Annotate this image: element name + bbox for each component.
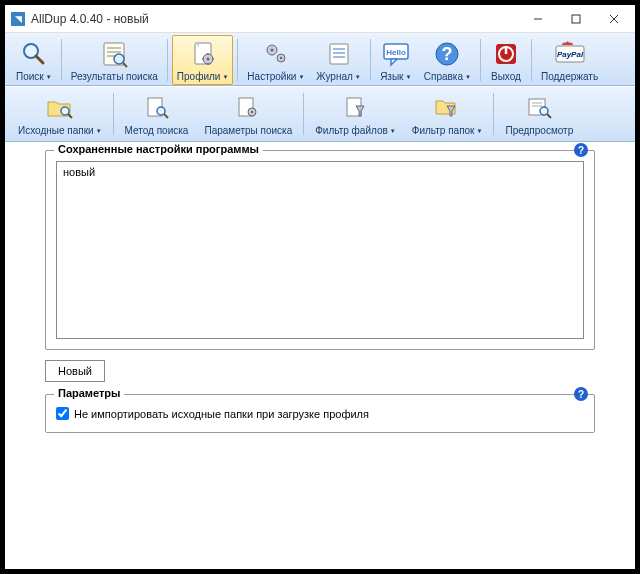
- support-label: Поддержать: [541, 71, 598, 82]
- profiles-button[interactable]: Профили▼: [172, 35, 234, 85]
- log-list-icon: [323, 38, 355, 70]
- file-gear-icon: [232, 92, 264, 124]
- svg-point-10: [114, 54, 124, 64]
- preview-label: Предпросмотр: [505, 125, 573, 136]
- window-controls: [519, 6, 633, 32]
- main-toolbar: Поиск▼ Результаты поиска Профили▼ Настро…: [5, 33, 635, 86]
- help-button[interactable]: ? Справка▼: [419, 35, 476, 85]
- language-button[interactable]: Hello Язык▼: [375, 35, 417, 85]
- results-list-icon: [98, 38, 130, 70]
- settings-label: Настройки: [247, 71, 296, 82]
- separator: [480, 39, 481, 81]
- preview-magnifier-icon: [523, 92, 555, 124]
- paypal-icon: PayPal: [554, 38, 586, 70]
- separator: [370, 39, 371, 81]
- svg-text:PayPal: PayPal: [556, 50, 583, 59]
- dropdown-arrow-icon: ▼: [222, 74, 228, 80]
- dropdown-arrow-icon: ▼: [476, 128, 482, 134]
- file-filter-button[interactable]: Фильтр файлов▼: [308, 89, 403, 139]
- svg-point-36: [61, 107, 69, 115]
- svg-line-11: [123, 63, 127, 67]
- svg-line-49: [547, 114, 551, 118]
- new-profile-button[interactable]: Новый: [45, 360, 105, 382]
- log-button[interactable]: Журнал▼: [311, 35, 365, 85]
- exit-label: Выход: [491, 71, 521, 82]
- svg-line-37: [68, 114, 72, 118]
- question-mark-icon: ?: [431, 38, 463, 70]
- dropdown-arrow-icon: ▼: [355, 74, 361, 80]
- dropdown-arrow-icon: ▼: [390, 128, 396, 134]
- settings-button[interactable]: Настройки▼: [242, 35, 309, 85]
- separator: [531, 39, 532, 81]
- svg-point-43: [251, 111, 253, 113]
- search-method-label: Метод поиска: [125, 125, 189, 136]
- app-icon: ◥: [11, 12, 25, 26]
- saved-profiles-fieldset: Сохраненные настройки программы ? новый: [45, 150, 595, 350]
- separator: [237, 39, 238, 81]
- search-button[interactable]: Поиск▼: [11, 35, 57, 85]
- profiles-label: Профили: [177, 71, 221, 82]
- source-folders-label: Исходные папки: [18, 125, 94, 136]
- profile-gear-icon: [187, 38, 219, 70]
- svg-text:?: ?: [442, 44, 453, 64]
- minimize-button[interactable]: [519, 6, 557, 32]
- separator: [167, 39, 168, 81]
- help-label: Справка: [424, 71, 463, 82]
- parameters-legend: Параметры: [54, 387, 124, 399]
- source-folders-button[interactable]: Исходные папки▼: [11, 89, 109, 139]
- dropdown-arrow-icon: ▼: [298, 74, 304, 80]
- content-area: Сохраненные настройки программы ? новый …: [5, 142, 635, 451]
- parameters-fieldset: Параметры ? Не импортировать исходные па…: [45, 394, 595, 433]
- titlebar: ◥ AllDup 4.0.40 - новый: [5, 5, 635, 33]
- svg-line-5: [36, 56, 43, 63]
- separator: [113, 93, 114, 135]
- no-import-folders-row[interactable]: Не импортировать исходные папки при загр…: [56, 405, 584, 422]
- no-import-folders-label: Не импортировать исходные папки при загр…: [74, 408, 369, 420]
- folder-filter-label: Фильтр папок: [412, 125, 475, 136]
- log-label: Журнал: [316, 71, 353, 82]
- language-label: Язык: [380, 71, 403, 82]
- dropdown-arrow-icon: ▼: [96, 128, 102, 134]
- help-icon[interactable]: ?: [574, 387, 588, 401]
- window-title: AllDup 4.0.40 - новый: [31, 12, 149, 26]
- folder-filter-button[interactable]: Фильтр папок▼: [405, 89, 490, 139]
- speech-bubble-icon: Hello: [380, 38, 412, 70]
- gears-icon: [260, 38, 292, 70]
- profile-list[interactable]: новый: [56, 161, 584, 339]
- saved-profiles-legend: Сохраненные настройки программы: [54, 143, 263, 155]
- dropdown-arrow-icon: ▼: [465, 74, 471, 80]
- svg-line-40: [164, 114, 168, 118]
- exit-button[interactable]: Выход: [485, 35, 527, 85]
- preview-button[interactable]: Предпросмотр: [498, 89, 580, 139]
- svg-rect-1: [572, 15, 580, 23]
- maximize-button[interactable]: [557, 6, 595, 32]
- dropdown-arrow-icon: ▼: [406, 74, 412, 80]
- file-filter-label: Фильтр файлов: [315, 125, 388, 136]
- search-params-button[interactable]: Параметры поиска: [197, 89, 299, 139]
- search-params-label: Параметры поиска: [204, 125, 292, 136]
- search-label: Поиск: [16, 71, 44, 82]
- results-label: Результаты поиска: [71, 71, 158, 82]
- profile-item[interactable]: новый: [61, 165, 579, 179]
- svg-point-39: [157, 107, 165, 115]
- file-magnifier-icon: [141, 92, 173, 124]
- folder-magnifier-icon: [44, 92, 76, 124]
- svg-rect-23: [330, 44, 348, 64]
- separator: [493, 93, 494, 135]
- separator: [61, 39, 62, 81]
- search-method-button[interactable]: Метод поиска: [118, 89, 196, 139]
- svg-point-14: [206, 58, 209, 61]
- close-button[interactable]: [595, 6, 633, 32]
- support-button[interactable]: PayPal Поддержать: [536, 35, 603, 85]
- separator: [303, 93, 304, 135]
- sub-toolbar: Исходные папки▼ Метод поиска Параметры п…: [5, 86, 635, 142]
- power-icon: [490, 38, 522, 70]
- folder-funnel-icon: [431, 92, 463, 124]
- svg-point-22: [280, 57, 282, 59]
- results-button[interactable]: Результаты поиска: [66, 35, 163, 85]
- file-funnel-icon: [340, 92, 372, 124]
- help-icon[interactable]: ?: [574, 143, 588, 157]
- svg-point-48: [540, 107, 548, 115]
- svg-text:Hello: Hello: [386, 48, 406, 57]
- no-import-folders-checkbox[interactable]: [56, 407, 69, 420]
